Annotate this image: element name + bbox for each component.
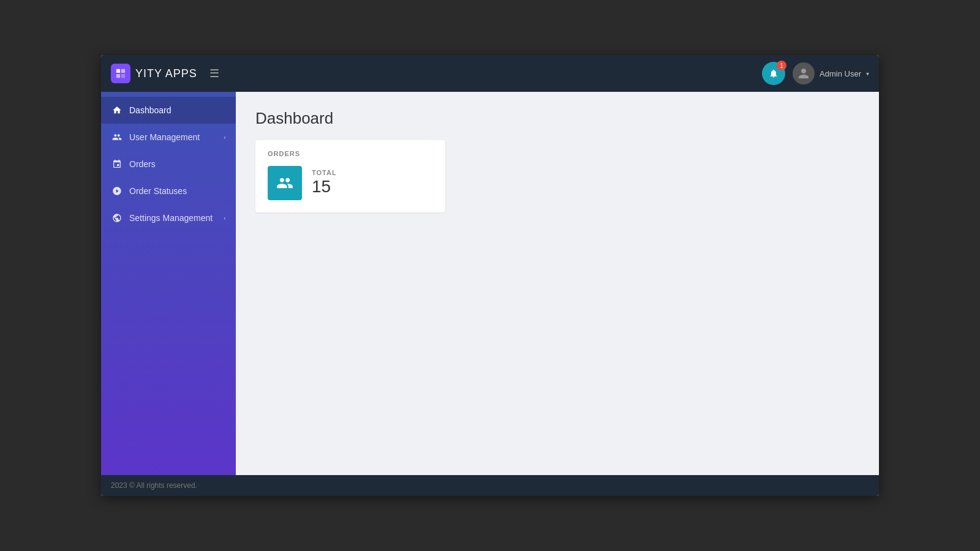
sidebar-item-user-management[interactable]: User Management ‹ <box>101 124 236 151</box>
orders-total-value: 15 <box>312 176 337 197</box>
home-icon <box>111 104 123 116</box>
content-inner: Dashboard ORDERS TOTAL 15 <box>236 92 879 475</box>
svg-rect-2 <box>116 74 120 78</box>
app-window: YITY APPS ☰ 1 Admin User ▾ <box>101 55 879 496</box>
sidebar-item-label: Order Statuses <box>129 186 226 196</box>
sidebar-item-settings-management[interactable]: Settings Management ‹ <box>101 204 236 231</box>
sidebar-item-orders[interactable]: Orders <box>101 151 236 178</box>
sidebar-item-order-statuses[interactable]: Order Statuses <box>101 178 236 204</box>
user-menu[interactable]: Admin User ▾ <box>793 62 869 84</box>
main-layout: Dashboard User Management ‹ <box>101 92 879 475</box>
orders-card-body: TOTAL 15 <box>268 166 433 200</box>
topbar: YITY APPS ☰ 1 Admin User ▾ <box>101 55 879 92</box>
orders-stats: TOTAL 15 <box>312 169 337 197</box>
logo-icon <box>111 64 130 83</box>
footer-copyright: 2023 © All rights reserved. <box>111 481 197 490</box>
sidebar-item-label: Dashboard <box>129 105 226 115</box>
topbar-right: 1 Admin User ▾ <box>762 62 869 85</box>
notification-button[interactable]: 1 <box>762 62 785 85</box>
user-menu-chevron-icon: ▾ <box>866 70 869 77</box>
sidebar-item-dashboard[interactable]: Dashboard <box>101 97 236 124</box>
sidebar-item-label: Settings Management <box>129 213 217 223</box>
hamburger-button[interactable]: ☰ <box>207 64 222 83</box>
orders-card-section-label: ORDERS <box>268 150 433 157</box>
order-statuses-icon <box>111 185 123 197</box>
sidebar: Dashboard User Management ‹ <box>101 92 236 475</box>
page-title: Dashboard <box>255 109 859 128</box>
sidebar-nav: Dashboard User Management ‹ <box>101 92 236 475</box>
chevron-left-icon: ‹ <box>224 214 226 222</box>
orders-icon <box>111 158 123 170</box>
user-avatar <box>793 62 815 84</box>
user-name-text: Admin User <box>820 69 861 78</box>
topbar-logo: YITY APPS <box>111 64 197 83</box>
content-area: Dashboard ORDERS TOTAL 15 <box>236 92 879 475</box>
user-management-icon <box>111 131 123 143</box>
chevron-left-icon: ‹ <box>224 133 226 141</box>
settings-management-icon <box>111 212 123 224</box>
notification-badge: 1 <box>777 61 786 70</box>
footer: 2023 © All rights reserved. <box>101 475 879 496</box>
svg-rect-3 <box>121 74 125 78</box>
svg-rect-0 <box>116 69 120 73</box>
sidebar-item-label: Orders <box>129 159 226 169</box>
sidebar-item-label: User Management <box>129 132 217 142</box>
logo-brand-text: YITY APPS <box>135 67 197 80</box>
orders-total-label: TOTAL <box>312 169 337 176</box>
orders-icon-box <box>268 166 302 200</box>
orders-card: ORDERS TOTAL 15 <box>255 140 445 212</box>
svg-rect-1 <box>121 69 125 73</box>
